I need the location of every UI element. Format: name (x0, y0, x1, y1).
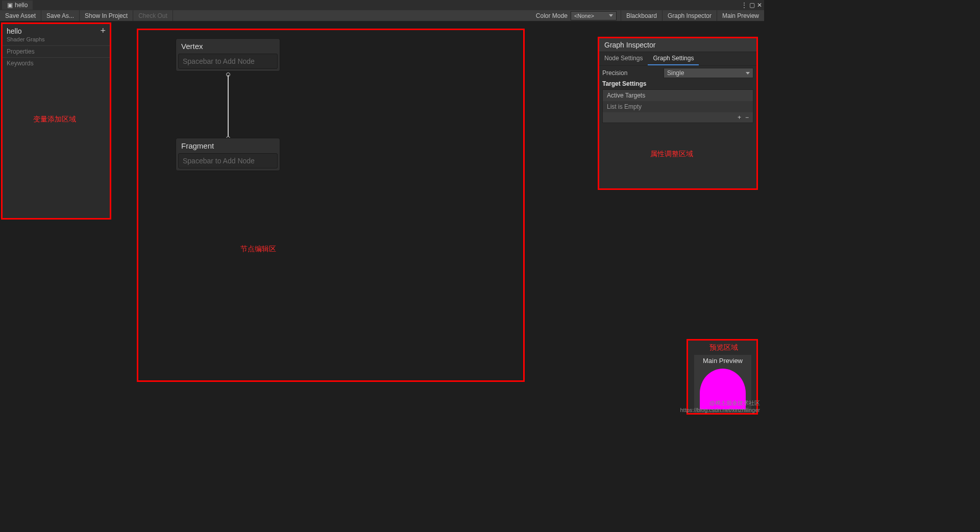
vertex-node[interactable]: Vertex Spacebar to Add Node (176, 38, 280, 71)
color-mode-label: Color Mode (533, 12, 571, 19)
graph-inspector-panel: Graph Inspector Node Settings Graph Sett… (598, 37, 758, 190)
active-targets-header: Active Targets (603, 90, 753, 101)
preview-annotation: 预览区域 (709, 343, 738, 352)
show-in-project-button[interactable]: Show In Project (80, 10, 133, 21)
node-connection-line (228, 75, 229, 138)
preview-title: Main Preview (694, 355, 751, 367)
blackboard-subtitle: Shader Graphs (3, 36, 110, 45)
document-title: hello (15, 2, 28, 9)
properties-section[interactable]: Properties (3, 45, 110, 57)
active-targets-list: Active Targets List is Empty + − (602, 89, 753, 123)
vertex-node-title: Vertex (176, 39, 280, 54)
watermark-line2: https://blog.csdn.net/xinzhilinger (680, 406, 760, 414)
inspector-annotation: 属性调整区域 (650, 150, 693, 159)
list-empty-text: List is Empty (603, 101, 753, 112)
blackboard-toggle[interactable]: Blackboard (621, 10, 662, 21)
keywords-section[interactable]: Keywords (3, 57, 110, 69)
watermark-line1: @稀土掘金技术社区 (680, 399, 760, 406)
node-editor-zone[interactable]: Vertex Spacebar to Add Node Fragment Spa… (137, 29, 525, 382)
save-asset-button[interactable]: Save Asset (0, 10, 41, 21)
tab-node-settings[interactable]: Node Settings (599, 52, 648, 65)
add-property-button[interactable]: + (100, 27, 106, 34)
watermark: @稀土掘金技术社区 https://blog.csdn.net/xinzhili… (680, 399, 760, 414)
blackboard-annotation: 变量添加区域 (33, 115, 76, 124)
main-area: hello + Shader Graphs Properties Keyword… (0, 21, 764, 415)
check-out-button[interactable]: Check Out (133, 10, 173, 21)
blackboard-title: hello (7, 27, 22, 35)
fragment-node-hint: Spacebar to Add Node (178, 153, 278, 168)
document-tab[interactable]: ▣ hello (2, 1, 33, 10)
shader-icon: ▣ (7, 2, 13, 9)
graph-inspector-toggle[interactable]: Graph Inspector (662, 10, 717, 21)
maximize-icon[interactable]: ▢ (749, 2, 755, 9)
inspector-title: Graph Inspector (599, 38, 756, 52)
toolbar: Save Asset Save As... Show In Project Ch… (0, 10, 764, 21)
save-as-button[interactable]: Save As... (41, 10, 80, 21)
color-mode-dropdown[interactable]: <None> (571, 11, 617, 20)
chevron-down-icon (746, 72, 750, 75)
add-target-button[interactable]: + (738, 114, 741, 121)
title-bar: ▣ hello ⋮ ▢ ✕ (0, 0, 764, 10)
window-controls: ⋮ ▢ ✕ (741, 2, 762, 9)
fragment-node[interactable]: Fragment Spacebar to Add Node (176, 138, 280, 171)
tab-graph-settings[interactable]: Graph Settings (648, 52, 699, 65)
blackboard-panel: hello + Shader Graphs Properties Keyword… (1, 22, 111, 220)
target-settings-label: Target Settings (602, 80, 753, 87)
close-icon[interactable]: ✕ (757, 2, 762, 9)
remove-target-button[interactable]: − (745, 114, 749, 121)
main-preview-toggle[interactable]: Main Preview (717, 10, 764, 21)
vertex-node-hint: Spacebar to Add Node (178, 54, 278, 69)
precision-dropdown[interactable]: Single (664, 68, 753, 78)
precision-value: Single (667, 69, 684, 77)
color-mode-value: <None> (574, 13, 594, 19)
node-zone-annotation: 节点编辑区 (240, 245, 276, 254)
inspector-tabs: Node Settings Graph Settings (599, 52, 756, 66)
fragment-node-title: Fragment (176, 138, 280, 153)
chevron-down-icon (609, 14, 613, 17)
precision-label: Precision (602, 69, 664, 77)
menu-icon[interactable]: ⋮ (741, 2, 747, 9)
